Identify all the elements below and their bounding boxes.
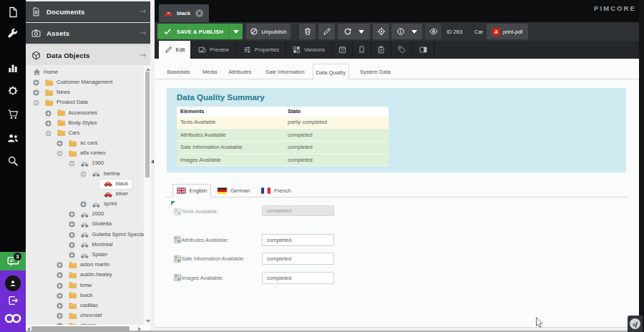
tree-node-cars[interactable]: Cars — [26, 128, 150, 138]
save-publish-button[interactable]: SAVE & PUBLISH — [157, 24, 243, 39]
editor-tab-properties[interactable]: Properties — [237, 41, 286, 59]
tree-node-berlina[interactable]: berlina — [26, 169, 150, 179]
language-tab-english[interactable]: English — [172, 184, 211, 197]
expand-plus-icon[interactable] — [57, 303, 63, 309]
collapse-minus-icon[interactable] — [80, 171, 87, 177]
rail-search-button[interactable] — [0, 151, 26, 170]
tree-node-news[interactable]: News — [26, 88, 150, 98]
expand-plus-icon[interactable] — [33, 79, 39, 86]
collapse-left-icon[interactable] — [151, 160, 154, 164]
print-pdf-button[interactable]: A print-pdf — [487, 24, 528, 39]
expand-plus-icon[interactable] — [57, 283, 63, 289]
rail-settings-button[interactable] — [0, 82, 26, 101]
expand-plus-icon[interactable] — [45, 110, 52, 117]
field-input[interactable] — [262, 272, 334, 284]
accordion-data-objects[interactable]: Data Objects — [26, 44, 150, 65]
expand-plus-icon[interactable] — [33, 89, 39, 96]
rail-customers-button[interactable] — [0, 128, 26, 147]
tree-node-accessories[interactable]: Accessories — [26, 108, 150, 118]
object-tab-system-data[interactable]: System Data — [360, 64, 392, 79]
tree-node-body-styles[interactable]: Body-Styles — [26, 118, 150, 128]
object-tab-attributes[interactable]: Attributes — [229, 64, 254, 79]
language-tab-french[interactable]: French — [258, 184, 291, 197]
logout-button[interactable] — [7, 295, 19, 306]
editor-tab-calendar[interactable] — [332, 41, 353, 59]
tree-node-aston-martin[interactable]: aston martin — [26, 260, 150, 270]
tree-node-1900[interactable]: 1900 — [26, 159, 150, 169]
close-tab-icon[interactable] — [195, 9, 204, 18]
expand-plus-icon[interactable] — [69, 232, 75, 238]
tree-node-silver[interactable]: silver — [26, 190, 150, 200]
expand-plus-icon[interactable] — [69, 211, 75, 218]
tree-node-giulietta[interactable]: Giulietta — [26, 220, 150, 230]
expand-plus-icon[interactable] — [69, 221, 75, 228]
open-preview-button[interactable] — [425, 24, 441, 39]
tree-node-black[interactable]: black — [26, 179, 150, 189]
object-tab-data-quality[interactable]: Data Quality — [313, 64, 350, 80]
editor-tab-versions[interactable]: Versions — [286, 41, 332, 59]
unpublish-button[interactable]: Unpublish — [246, 24, 291, 39]
expand-plus-icon[interactable] — [80, 201, 87, 208]
language-tab-german[interactable]: German — [214, 184, 250, 197]
expand-plus-icon[interactable] — [57, 262, 63, 268]
collapse-minus-icon[interactable] — [45, 130, 52, 137]
symfony-profiler-toggle[interactable]: sf — [628, 316, 643, 332]
pimcore-logo-icon[interactable] — [4, 312, 22, 325]
rail-ecommerce-button[interactable] — [0, 104, 26, 124]
expand-plus-icon[interactable] — [45, 120, 52, 127]
tree-node-bmw[interactable]: bmw — [26, 280, 150, 290]
delete-button[interactable] — [299, 24, 316, 39]
tree-node-customer-management[interactable]: Customer Management — [26, 78, 150, 88]
rail-reports-button[interactable] — [0, 58, 26, 77]
editor-tab-tag[interactable] — [391, 41, 412, 59]
editor-tab-panels[interactable] — [412, 41, 434, 59]
field-input[interactable] — [262, 253, 334, 265]
collapse-minus-icon[interactable] — [33, 99, 39, 106]
collapse-minus-icon[interactable] — [69, 160, 75, 167]
reload-button[interactable] — [338, 24, 370, 39]
expand-plus-icon[interactable] — [57, 293, 63, 299]
expand-plus-icon[interactable] — [69, 242, 75, 248]
editor-tab-preview[interactable]: Preview — [191, 41, 237, 59]
field-input[interactable] — [262, 234, 334, 246]
accordion-documents[interactable]: Documents — [26, 1, 150, 22]
editor-tab-bookmark[interactable] — [353, 41, 371, 59]
tree-node-2000[interactable]: 2000 — [26, 210, 150, 220]
tree-node-ac-cars[interactable]: ac cars — [26, 139, 150, 149]
tree-node-product-data[interactable]: Product Data — [26, 98, 150, 108]
object-tab-media[interactable]: Media — [203, 64, 218, 79]
rail-tools-button[interactable] — [0, 24, 26, 43]
rename-button[interactable] — [318, 24, 335, 39]
expand-plus-icon[interactable] — [57, 272, 63, 278]
tree-node-gulietta-sprint-speciale[interactable]: Gulietta Sprint Speciale — [26, 230, 150, 240]
workspace-tab-black[interactable]: black — [159, 4, 209, 22]
object-tab-sale-information[interactable]: Sale Information — [265, 64, 303, 79]
tree-node-alfa-romeo[interactable]: alfa romeo — [26, 149, 150, 159]
field-input[interactable] — [262, 205, 334, 216]
tree-node-cadillac[interactable]: cadillac — [26, 301, 150, 311]
collapse-minus-icon[interactable] — [57, 150, 63, 157]
object-tab-basedata[interactable]: Basedata — [167, 64, 191, 79]
info-button[interactable] — [391, 24, 422, 39]
tree-vertical-scrollbar[interactable] — [144, 66, 150, 325]
tree-node-sprint[interactable]: sprint — [26, 200, 150, 210]
tree-node-spider[interactable]: Spider — [26, 250, 150, 260]
tree-vscroll-thumb[interactable] — [145, 72, 150, 177]
tree-node-home[interactable]: Home — [26, 67, 150, 77]
notifications-button[interactable] — [0, 252, 26, 270]
scroll-up-icon[interactable] — [146, 68, 150, 71]
tree-node-austin-healey[interactable]: austin-healey — [26, 270, 150, 280]
scroll-down-icon[interactable] — [146, 320, 150, 323]
editor-tab-clipboard[interactable] — [371, 41, 391, 59]
locate-in-tree-button[interactable] — [373, 24, 389, 39]
editor-tab-edit[interactable]: Edit — [159, 41, 191, 59]
expand-plus-icon[interactable] — [57, 140, 63, 147]
expand-plus-icon[interactable] — [69, 252, 75, 258]
user-menu-button[interactable] — [5, 275, 21, 291]
expand-plus-icon[interactable] — [57, 313, 63, 319]
tree-node-chevrolet[interactable]: chevrolet — [26, 311, 150, 321]
save-options-caret[interactable] — [229, 30, 243, 34]
tree-node-buick[interactable]: buick — [26, 290, 150, 301]
tree-node-montreal[interactable]: Montreal — [26, 240, 150, 250]
accordion-assets[interactable]: Assets — [26, 23, 150, 44]
